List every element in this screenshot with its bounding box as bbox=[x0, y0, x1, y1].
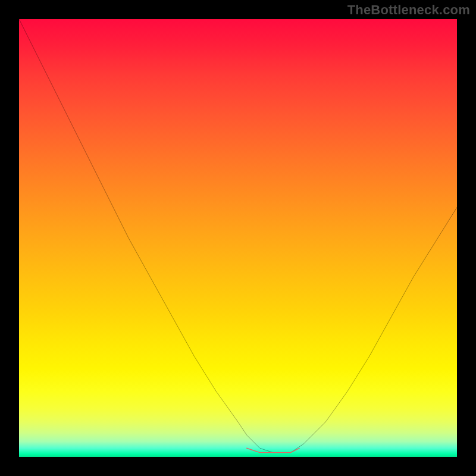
plot-area bbox=[19, 19, 457, 457]
chart-frame: TheBottleneck.com bbox=[0, 0, 476, 476]
heat-gradient-background bbox=[19, 19, 457, 457]
watermark-text: TheBottleneck.com bbox=[347, 2, 470, 18]
